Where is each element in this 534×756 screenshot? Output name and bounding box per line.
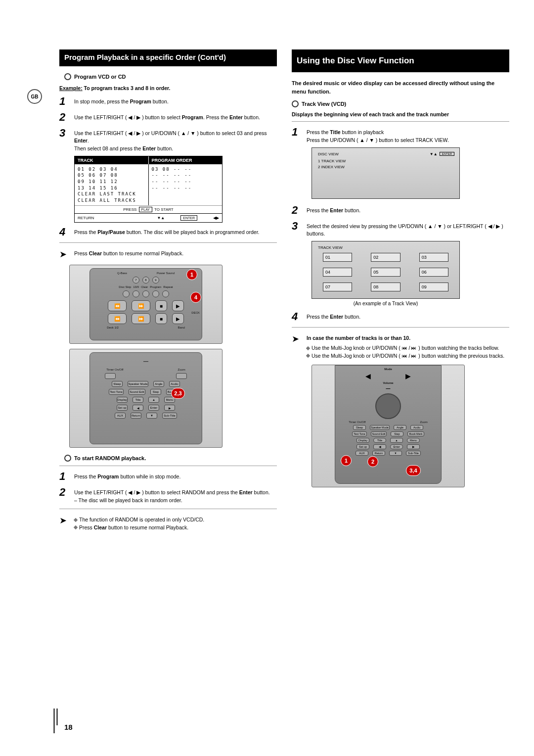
return-label: RETURN: [78, 216, 94, 220]
track-cell: 08: [371, 283, 400, 291]
right-header: Using the Disc View Function: [292, 49, 509, 72]
return-button: Return: [131, 413, 141, 419]
down-arrow-button: ▼: [146, 413, 157, 419]
aux-button: AUX: [356, 451, 368, 456]
example-text: To program tracks 3 and 8 in order.: [83, 85, 171, 91]
step-number: 4: [59, 226, 69, 238]
step-number: 1: [292, 126, 302, 139]
band-label: Band: [178, 326, 185, 329]
step-text: In stop mode, press the Program button.: [74, 95, 169, 106]
menu-button: Menu: [407, 438, 420, 443]
subtitle-button: Sub-Title: [162, 413, 177, 419]
track-cell: 02: [371, 253, 400, 262]
step-row: 2 Use the LEFT/RIGHT ( ◀ / ▶ ) button to…: [59, 486, 277, 505]
section-program-vcd: Program VCD or CD: [64, 73, 277, 80]
down-arrow-button: ▼: [389, 451, 402, 456]
track-cell: 04: [323, 268, 352, 277]
mode-label: Mode: [384, 368, 392, 371]
qbass-label: Q-Bass: [117, 272, 127, 275]
deck-label: DECK: [191, 311, 200, 314]
incase-b: Use the Multi-Jog knob or UP/DOWN ( ⏮ / …: [312, 353, 504, 359]
powersound-label: Power Sound: [157, 272, 175, 275]
callout-23: 2,3: [171, 388, 185, 399]
setup-button: Set up: [117, 405, 128, 411]
diamond-icon: [306, 354, 310, 358]
track-header-left: TRACK: [75, 156, 149, 164]
example-label: Example:: [59, 85, 83, 91]
enter-button: Enter: [148, 405, 159, 411]
divider: [292, 327, 509, 328]
track-footer: RETURN ▼▲ ENTER ◀▶: [75, 213, 222, 222]
step-text: Select the desired view by pressing the …: [307, 220, 509, 238]
step-3-right: 3 Select the desired view by pressing th…: [292, 220, 509, 238]
callout-34: 3,4: [406, 465, 421, 476]
section2-title: To start RANDOM playback.: [74, 455, 146, 461]
zoom-button: [176, 373, 187, 379]
step-row: 2 Use the LEFT/RIGHT ( ◀ / ▶ ) button to…: [59, 111, 277, 124]
program-label: Program: [150, 285, 161, 288]
repeat-label: Repeat: [163, 285, 173, 288]
remote-illustration-bottom: – Timer On/Off Zoom Sleep Speaker Mode A…: [69, 349, 222, 448]
up-arrow-button: ▲: [148, 397, 159, 403]
timer-button: [105, 373, 116, 379]
step-text: Press the Title button in playbackPress …: [307, 126, 449, 144]
play2-button: ▶: [172, 313, 184, 324]
aux-button: AUX: [115, 413, 126, 419]
note-text: The function of RANDOM is operated in on…: [74, 514, 204, 532]
zoom-label: Zoom: [178, 368, 185, 371]
step-1-right: 1 Press the Title button in playbackPres…: [292, 126, 509, 144]
audio-button: Audio: [169, 381, 180, 387]
right-intro: The desired music or video display can b…: [292, 79, 509, 95]
display-button: Display: [356, 438, 369, 443]
step-text: Press the Enter button.: [307, 204, 360, 215]
updown-arrows-icon: ▼▲: [157, 216, 165, 220]
note-incase: ➤ In case the number of tracks is or tha…: [292, 332, 509, 360]
step-row: 1 Press the Program button while in stop…: [59, 470, 277, 483]
soundedit-button: Sound Edit: [371, 431, 387, 436]
step-number: 3: [292, 220, 302, 233]
rew-button: ⏪: [108, 300, 127, 311]
bullet-circle-icon: [64, 73, 71, 80]
page-number: 18: [64, 723, 73, 731]
remote-illustration-right: Mode ◀▶ Volume – Timer On/Off Zoom Sleep…: [312, 365, 465, 487]
step-row: 3 Use the LEFT/RIGHT ( ◀ / ▶ ) or UP/DOW…: [59, 127, 277, 153]
left-column: Program Playback in a specific Order (Co…: [59, 49, 277, 536]
press-label: PRESS: [123, 207, 136, 212]
track-cell: 07: [323, 283, 352, 291]
divider: [59, 509, 277, 509]
left-arrow-button: ◀: [373, 444, 386, 449]
ten0-button: [133, 290, 139, 297]
page-side-bars: [53, 709, 58, 733]
num-9-button: 9: [152, 277, 159, 284]
right-column: Using the Disc View Function The desired…: [292, 49, 509, 536]
section-trackview: Track View (VCD): [292, 100, 509, 107]
stop-button: ■: [155, 300, 167, 311]
incase-title: In case the number of tracks is or than …: [307, 334, 504, 342]
num-8-button: 8: [142, 277, 149, 284]
language-badge: GB: [27, 89, 42, 104]
play-box: PLAY: [139, 207, 152, 212]
ffwd2-button: ⏩: [132, 313, 150, 324]
bookmark-button: Book Mark: [407, 431, 424, 436]
track-cell: 06: [419, 268, 448, 277]
speaker-mode-button: Speaker Mode: [370, 425, 390, 430]
section-random: To start RANDOM playback.: [64, 455, 277, 462]
track-press-row: PRESS PLAY TO START: [75, 205, 222, 213]
track-header-right: PROGRAM ORDER: [149, 156, 222, 164]
step-number: 1: [59, 470, 69, 483]
note-text: Press Clear button to resume normal Play…: [74, 248, 183, 260]
note-random: ➤ The function of RANDOM is operated in …: [59, 514, 277, 532]
incase-a: Use the Multi-Jog knob or UP/DOWN ( ⏮ / …: [312, 345, 499, 351]
track-cell: 05: [371, 268, 400, 277]
timer-label: Timer On/Off: [349, 421, 365, 424]
sleep-button: Sleep: [112, 381, 123, 387]
angle-button: Angle: [394, 425, 406, 430]
ffwd-button: ⏩: [132, 300, 150, 311]
note-arrow-icon: ➤: [292, 332, 302, 360]
disc-view-screen: DISC VIEW 1 TRACK VIEW2 INDEX VIEW ▼▲ EN…: [312, 147, 460, 199]
note-clear: ➤ Press Clear button to resume normal Pl…: [59, 248, 277, 260]
timer-label: Timer On/Off: [106, 368, 123, 371]
discskip-label: Disc Skip: [119, 285, 131, 288]
track-cell: 09: [419, 283, 448, 291]
tv-caption: (An example of a Track View): [312, 301, 460, 306]
